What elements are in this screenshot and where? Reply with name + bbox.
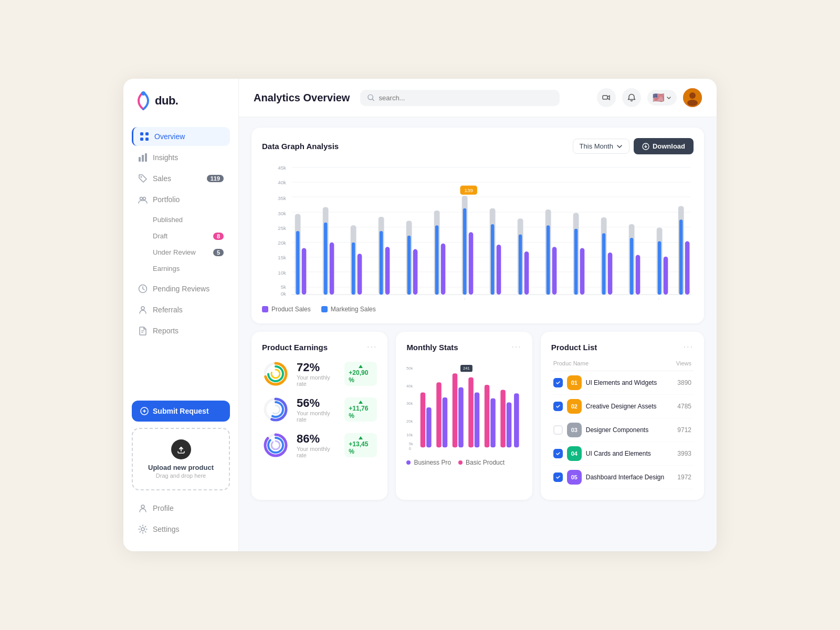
chart-legend: Product Sales Marketing Sales: [262, 306, 694, 313]
language-selector[interactable]: 🇺🇸: [647, 90, 677, 106]
earning-change-value-2: +11,76 %: [349, 405, 373, 419]
notification-button[interactable]: [622, 88, 641, 107]
svg-rect-77: [547, 225, 550, 295]
avatar[interactable]: [683, 88, 702, 107]
product-list-menu[interactable]: ···: [684, 342, 694, 352]
svg-text:5k: 5k: [281, 284, 286, 290]
svg-point-8: [141, 176, 142, 178]
product-views-4: 3993: [677, 450, 691, 457]
legend-dot-product: [262, 306, 268, 312]
product-num-1: 01: [567, 375, 582, 390]
svg-rect-22: [603, 96, 607, 99]
svg-rect-61: [413, 249, 418, 295]
search-icon: [368, 94, 374, 101]
sidebar-item-portfolio[interactable]: Portfolio: [132, 190, 230, 209]
product-checkbox-3[interactable]: [553, 425, 563, 435]
svg-text:Feb 21: Feb 21: [319, 298, 334, 299]
svg-rect-137: [475, 392, 480, 447]
chevron-down-icon: [666, 95, 671, 100]
sales-badge: 119: [207, 175, 224, 182]
product-views-5: 1972: [677, 474, 691, 481]
legend-marketing-sales: Marketing Sales: [321, 306, 376, 313]
product-name-3: Designer Components: [586, 426, 674, 434]
svg-line-21: [373, 99, 374, 101]
earning-change-3: +13,45 %: [344, 433, 377, 457]
product-name-4: UI Cards and Elements: [586, 450, 674, 457]
bottom-cards: Product Earnings ···: [251, 332, 704, 500]
header: Analytics Overview: [239, 79, 717, 117]
avatar-image: [683, 88, 702, 107]
sidebar-item-sales[interactable]: Sales 119: [132, 169, 230, 188]
product-checkbox-1[interactable]: [553, 378, 563, 387]
graph-card: Data Graph Analysis This Month: [251, 128, 704, 323]
svg-rect-52: [330, 243, 334, 295]
svg-rect-138: [485, 385, 490, 447]
earning-label-2: Your monthly rate: [297, 410, 337, 423]
svg-rect-67: [469, 232, 474, 295]
legend-dot-business: [406, 460, 411, 465]
earnings-menu[interactable]: ···: [367, 342, 377, 352]
product-list-card: Product List ··· Produc Name Views: [541, 332, 704, 500]
bell-icon: [627, 93, 636, 102]
svg-text:139: 139: [465, 187, 473, 193]
product-checkbox-4[interactable]: [553, 449, 563, 458]
svg-text:Apr 21: Apr 21: [375, 298, 389, 299]
svg-rect-136: [469, 377, 474, 448]
search-input[interactable]: [379, 94, 553, 102]
tag-icon: [138, 174, 148, 183]
svg-text:Jan 21: Jan 21: [291, 298, 306, 299]
bar-chart-svg: 45k 40k 35k 30k 25k 20k 15k 10k 5k 0k: [262, 163, 694, 299]
svg-rect-86: [630, 238, 633, 295]
svg-rect-1: [140, 132, 143, 135]
monthly-menu[interactable]: ···: [511, 342, 521, 352]
sub-item-earnings[interactable]: Earnings: [146, 261, 230, 276]
draft-badge: 8: [213, 233, 224, 240]
svg-rect-92: [679, 219, 682, 295]
submit-request-label: Submit Request: [153, 407, 209, 415]
svg-rect-141: [507, 402, 512, 447]
sidebar-item-overview[interactable]: Overview: [132, 127, 230, 146]
download-button[interactable]: Download: [634, 138, 694, 154]
svg-point-111: [268, 366, 283, 381]
sidebar-item-profile[interactable]: Profile: [132, 499, 230, 518]
this-month-button[interactable]: This Month: [573, 139, 629, 154]
check-icon: [555, 451, 561, 456]
earning-label-1: Your monthly rate: [297, 374, 337, 387]
svg-point-24: [689, 92, 696, 99]
share-button[interactable]: [597, 88, 616, 107]
legend-business-label: Business Pro: [414, 459, 451, 466]
svg-point-116: [271, 405, 280, 414]
svg-text:Jan 22: Jan 22: [625, 298, 639, 299]
sub-item-draft[interactable]: Draft 8: [146, 228, 230, 244]
people-icon: [138, 305, 148, 314]
review-badge: 5: [213, 249, 224, 256]
search-bar[interactable]: [360, 90, 560, 106]
svg-point-12: [141, 307, 144, 310]
product-views-1: 3890: [677, 379, 691, 386]
product-checkbox-5[interactable]: [553, 472, 563, 482]
product-list-title: Product List: [551, 343, 597, 352]
upload-arrow-icon: [176, 445, 186, 454]
sidebar-item-reports[interactable]: Reports: [132, 321, 230, 340]
svg-point-25: [687, 100, 698, 106]
submit-request-button[interactable]: Submit Request: [132, 401, 230, 422]
col-views-header: Views: [676, 360, 691, 366]
sub-item-under-review[interactable]: Under Review 5: [146, 245, 230, 260]
earning-item-3: 86% Your monthly rate +13,45 %: [262, 432, 377, 459]
svg-text:20k: 20k: [406, 419, 413, 424]
svg-rect-7: [145, 153, 147, 162]
product-checkbox-2[interactable]: [553, 402, 563, 411]
download-icon: [642, 143, 649, 150]
svg-text:0k: 0k: [281, 291, 286, 297]
legend-marketing-label: Marketing Sales: [331, 306, 376, 313]
upload-box[interactable]: Upload new product Drag and drop here: [132, 428, 230, 490]
svg-rect-140: [501, 390, 506, 448]
check-icon: [555, 380, 561, 385]
sidebar-item-insights[interactable]: Insights: [132, 148, 230, 167]
sub-item-published[interactable]: Published: [146, 212, 230, 227]
table-row: 05 Dashboard Interface Design 1972: [551, 466, 694, 489]
sidebar-item-referrals[interactable]: Referrals: [132, 300, 230, 319]
sidebar-item-settings[interactable]: Settings: [132, 520, 230, 539]
svg-point-9: [140, 197, 143, 200]
sidebar-item-pending[interactable]: Pending Reviews: [132, 279, 230, 298]
